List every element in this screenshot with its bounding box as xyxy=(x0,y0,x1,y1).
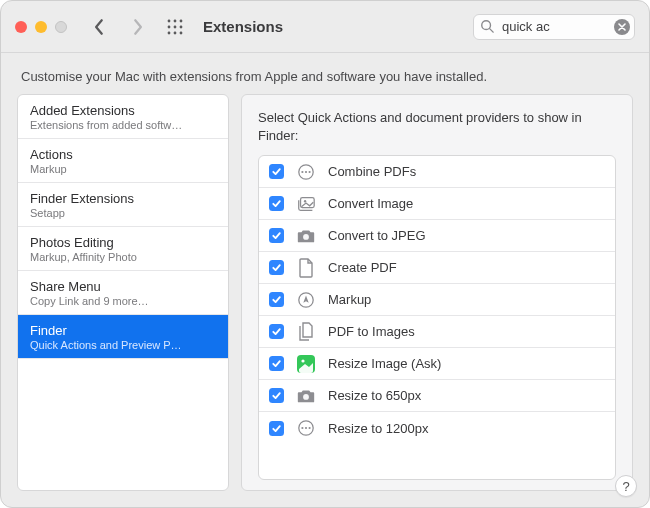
close-window-button[interactable] xyxy=(15,21,27,33)
sidebar-item-share-menu[interactable]: Share MenuCopy Link and 9 more… xyxy=(18,271,228,315)
sidebar-item-subtitle: Markup, Affinity Photo xyxy=(30,251,216,263)
camera-icon xyxy=(296,226,316,246)
quick-action-row: Create PDF xyxy=(259,252,615,284)
sidebar-item-subtitle: Markup xyxy=(30,163,216,175)
sidebar-item-subtitle: Setapp xyxy=(30,207,216,219)
sidebar-item-title: Finder Extensions xyxy=(30,191,216,206)
clear-search-button[interactable] xyxy=(614,19,630,35)
quick-action-checkbox[interactable] xyxy=(269,356,284,371)
content-area: Added ExtensionsExtensions from added so… xyxy=(1,94,649,507)
svg-point-25 xyxy=(309,427,311,429)
quick-action-row: Markup xyxy=(259,284,615,316)
svg-point-12 xyxy=(301,171,303,173)
preferences-window: Extensions Customise your Mac with exten… xyxy=(0,0,650,508)
sidebar-item-actions[interactable]: ActionsMarkup xyxy=(18,139,228,183)
svg-point-24 xyxy=(305,427,307,429)
svg-line-10 xyxy=(490,28,494,32)
quick-action-checkbox[interactable] xyxy=(269,196,284,211)
svg-point-14 xyxy=(309,171,311,173)
quick-actions-list: Combine PDFsConvert ImageConvert to JPEG… xyxy=(258,155,616,480)
svg-point-1 xyxy=(174,19,177,22)
sidebar-item-title: Share Menu xyxy=(30,279,216,294)
zoom-window-button[interactable] xyxy=(55,21,67,33)
quick-action-label: Convert Image xyxy=(328,196,413,211)
svg-point-2 xyxy=(180,19,183,22)
svg-point-4 xyxy=(174,25,177,28)
quick-action-checkbox[interactable] xyxy=(269,164,284,179)
quick-action-checkbox[interactable] xyxy=(269,388,284,403)
quick-action-checkbox[interactable] xyxy=(269,421,284,436)
show-all-button[interactable] xyxy=(163,15,187,39)
ellipsis-circle-icon xyxy=(296,418,316,438)
svg-point-16 xyxy=(304,200,306,202)
search-field-wrap xyxy=(473,14,635,40)
svg-point-6 xyxy=(168,31,171,34)
quick-action-label: PDF to Images xyxy=(328,324,415,339)
sidebar-item-title: Added Extensions xyxy=(30,103,216,118)
photo-stack-icon xyxy=(296,194,316,214)
quick-action-label: Resize to 650px xyxy=(328,388,421,403)
quick-action-label: Markup xyxy=(328,292,371,307)
quick-action-label: Resize to 1200px xyxy=(328,421,428,436)
main-panel: Select Quick Actions and document provid… xyxy=(241,94,633,491)
sidebar-item-subtitle: Quick Actions and Preview P… xyxy=(30,339,216,351)
photo-green-icon xyxy=(296,354,316,374)
quick-action-row: Resize Image (Ask) xyxy=(259,348,615,380)
quick-action-label: Create PDF xyxy=(328,260,397,275)
chevron-right-icon xyxy=(131,18,144,36)
quick-action-checkbox[interactable] xyxy=(269,324,284,339)
quick-action-row: Resize to 1200px xyxy=(259,412,615,444)
toolbar: Extensions xyxy=(1,1,649,53)
svg-point-21 xyxy=(303,394,309,400)
quick-action-row: PDF to Images xyxy=(259,316,615,348)
svg-point-23 xyxy=(301,427,303,429)
main-heading: Select Quick Actions and document provid… xyxy=(258,109,616,145)
traffic-lights xyxy=(15,21,67,33)
sidebar-item-title: Finder xyxy=(30,323,216,338)
ellipsis-circle-icon xyxy=(296,162,316,182)
quick-action-row: Convert to JPEG xyxy=(259,220,615,252)
quick-action-checkbox[interactable] xyxy=(269,260,284,275)
svg-point-17 xyxy=(303,234,309,240)
sidebar-item-added-extensions[interactable]: Added ExtensionsExtensions from added so… xyxy=(18,95,228,139)
quick-action-row: Resize to 650px xyxy=(259,380,615,412)
sidebar-item-title: Actions xyxy=(30,147,216,162)
quick-action-row: Combine PDFs xyxy=(259,156,615,188)
sidebar-item-subtitle: Copy Link and 9 more… xyxy=(30,295,216,307)
sidebar-item-finder-extensions[interactable]: Finder ExtensionsSetapp xyxy=(18,183,228,227)
minimize-window-button[interactable] xyxy=(35,21,47,33)
svg-point-13 xyxy=(305,171,307,173)
svg-point-0 xyxy=(168,19,171,22)
svg-point-5 xyxy=(180,25,183,28)
sidebar: Added ExtensionsExtensions from added so… xyxy=(17,94,229,491)
search-input[interactable] xyxy=(500,18,612,35)
quick-action-label: Resize Image (Ask) xyxy=(328,356,441,371)
document-icon xyxy=(296,258,316,278)
svg-point-7 xyxy=(174,31,177,34)
svg-point-8 xyxy=(180,31,183,34)
doc-stack-icon xyxy=(296,322,316,342)
back-button[interactable] xyxy=(87,15,111,39)
help-button[interactable]: ? xyxy=(615,475,637,497)
forward-button[interactable] xyxy=(125,15,149,39)
sidebar-item-photos-editing[interactable]: Photos EditingMarkup, Affinity Photo xyxy=(18,227,228,271)
quick-action-label: Convert to JPEG xyxy=(328,228,426,243)
quick-action-checkbox[interactable] xyxy=(269,228,284,243)
quick-action-checkbox[interactable] xyxy=(269,292,284,307)
quick-action-row: Convert Image xyxy=(259,188,615,220)
svg-point-3 xyxy=(168,25,171,28)
quick-action-label: Combine PDFs xyxy=(328,164,416,179)
x-icon xyxy=(618,23,626,31)
grid-icon xyxy=(167,19,183,35)
pen-circle-icon xyxy=(296,290,316,310)
sidebar-item-finder[interactable]: FinderQuick Actions and Preview P… xyxy=(18,315,228,359)
pane-description: Customise your Mac with extensions from … xyxy=(1,53,649,94)
chevron-left-icon xyxy=(93,18,106,36)
sidebar-item-title: Photos Editing xyxy=(30,235,216,250)
window-title: Extensions xyxy=(203,18,283,35)
camera-icon xyxy=(296,386,316,406)
search-icon xyxy=(480,19,494,36)
svg-point-20 xyxy=(301,359,304,362)
sidebar-item-subtitle: Extensions from added softw… xyxy=(30,119,216,131)
